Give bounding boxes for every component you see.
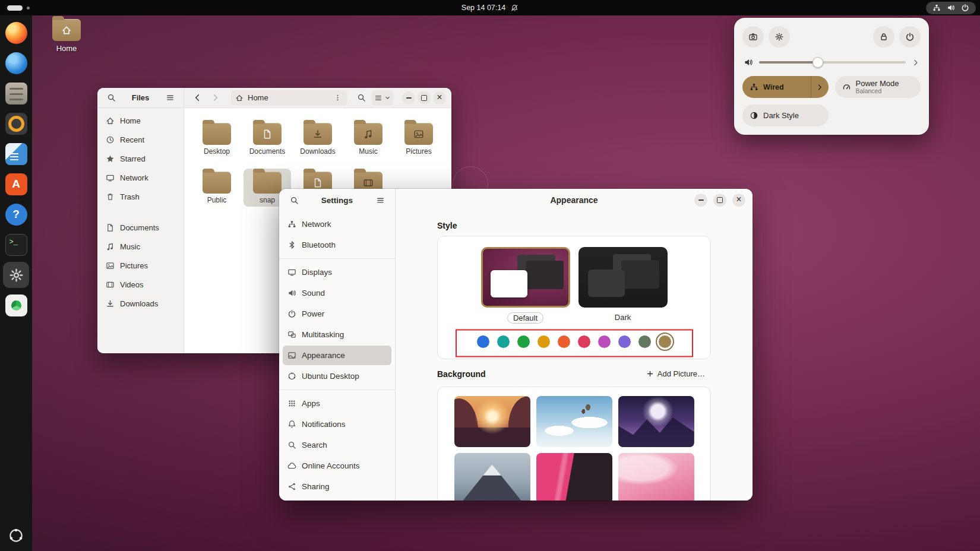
forward-button[interactable] bbox=[207, 90, 223, 106]
wallpaper-thumbnail[interactable] bbox=[618, 396, 694, 447]
sidebar-item-search[interactable]: Search bbox=[283, 435, 391, 455]
sidebar-item-videos[interactable]: Videos bbox=[101, 276, 180, 293]
desktop-home-folder[interactable]: Home bbox=[48, 19, 86, 53]
workspace-indicator-pill[interactable] bbox=[7, 5, 23, 11]
screenshot-button[interactable] bbox=[742, 26, 764, 48]
tab-menu-icon[interactable] bbox=[331, 90, 343, 106]
style-option-dark[interactable] bbox=[578, 247, 668, 308]
minimize-button[interactable] bbox=[694, 194, 707, 207]
chevron-right-icon[interactable] bbox=[912, 59, 919, 66]
sidebar-item-displays[interactable]: Displays bbox=[283, 262, 391, 282]
back-button[interactable] bbox=[189, 90, 205, 106]
maximize-button[interactable] bbox=[713, 194, 726, 207]
video-emblem-icon bbox=[363, 178, 374, 188]
volume-slider-knob[interactable] bbox=[813, 57, 823, 68]
dock-item-thunderbird[interactable] bbox=[3, 50, 29, 76]
folder-downloads[interactable]: Downloads bbox=[294, 120, 342, 158]
help-icon: ? bbox=[5, 204, 27, 226]
close-button[interactable] bbox=[433, 91, 446, 104]
search-location-icon[interactable] bbox=[353, 90, 369, 106]
accent-color-teal[interactable] bbox=[497, 335, 510, 348]
folder-public[interactable]: Public bbox=[193, 169, 241, 207]
dock-item-help[interactable]: ? bbox=[3, 201, 29, 227]
folder-label: snap bbox=[260, 197, 275, 204]
accent-color-magenta[interactable] bbox=[598, 335, 611, 348]
dock-item-app-center[interactable] bbox=[3, 292, 29, 318]
sidebar-item-label: Sharing bbox=[302, 482, 330, 491]
power-mode-toggle[interactable]: Power Mode Balanced bbox=[835, 76, 921, 98]
volume-slider[interactable] bbox=[759, 61, 906, 64]
sidebar-item-network[interactable]: Network bbox=[101, 169, 180, 186]
accent-color-purple[interactable] bbox=[618, 335, 631, 348]
wired-expand-arrow[interactable] bbox=[811, 76, 829, 98]
folder-music[interactable]: Music bbox=[344, 120, 392, 158]
accent-color-green[interactable] bbox=[517, 335, 530, 348]
style-option-default[interactable] bbox=[481, 247, 570, 308]
workspace-indicator-dot[interactable] bbox=[27, 7, 30, 10]
sidebar-item-music[interactable]: Music bbox=[101, 238, 180, 255]
sidebar-item-bluetooth[interactable]: Bluetooth bbox=[283, 235, 391, 255]
system-status-menu[interactable] bbox=[926, 2, 976, 14]
dock-item-files[interactable] bbox=[3, 80, 29, 106]
wallpaper-thumbnail[interactable] bbox=[536, 453, 612, 501]
sidebar-item-downloads[interactable]: Downloads bbox=[101, 294, 180, 312]
folder-desktop[interactable]: Desktop bbox=[193, 120, 241, 158]
view-switcher[interactable] bbox=[371, 90, 394, 106]
sidebar-item-multitasking[interactable]: Multitasking bbox=[283, 325, 391, 344]
wallpaper-thumbnail[interactable] bbox=[618, 453, 694, 501]
dock-item-terminal[interactable]: >_ bbox=[3, 232, 29, 258]
dark-style-toggle[interactable]: Dark Style bbox=[742, 104, 829, 126]
close-button[interactable] bbox=[732, 194, 745, 207]
accent-color-red[interactable] bbox=[578, 335, 590, 348]
document-icon bbox=[106, 223, 115, 232]
minimize-button[interactable] bbox=[402, 91, 415, 104]
dock-item-firefox[interactable] bbox=[3, 20, 29, 46]
sidebar-item-power[interactable]: Power bbox=[283, 304, 391, 324]
search-icon[interactable] bbox=[103, 90, 119, 106]
search-icon[interactable] bbox=[286, 192, 302, 208]
sidebar-item-trash[interactable]: Trash bbox=[101, 188, 180, 205]
sidebar-item-documents[interactable]: Documents bbox=[101, 218, 180, 236]
sidebar-item-sharing[interactable]: Sharing bbox=[283, 477, 391, 496]
wallpaper-thumbnail[interactable] bbox=[454, 396, 530, 447]
wallpaper-thumbnail[interactable] bbox=[536, 396, 612, 447]
accent-color-yellow[interactable] bbox=[538, 335, 550, 348]
dock-item-libreoffice-writer[interactable] bbox=[3, 141, 29, 167]
sidebar-item-label: Music bbox=[120, 242, 140, 251]
sidebar-item-online-accounts[interactable]: Online Accounts bbox=[283, 456, 391, 476]
add-picture-button[interactable]: Add Picture… bbox=[640, 366, 711, 381]
star-icon bbox=[106, 154, 115, 163]
lock-button[interactable] bbox=[873, 26, 894, 48]
folder-icon bbox=[404, 123, 433, 145]
accent-color-blue[interactable] bbox=[477, 335, 489, 348]
sidebar-item-notifications[interactable]: Notifications bbox=[283, 414, 391, 434]
sidebar-item-label: Apps bbox=[302, 399, 320, 408]
folder-icon bbox=[304, 123, 332, 145]
maximize-button[interactable] bbox=[418, 91, 431, 104]
sidebar-item-apps[interactable]: Apps bbox=[283, 394, 391, 413]
power-button[interactable] bbox=[899, 26, 921, 48]
accent-color-orange[interactable] bbox=[558, 335, 570, 348]
clock-menu[interactable]: Sep 14 07:14 bbox=[461, 0, 519, 15]
dock-item-rhythmbox[interactable] bbox=[3, 110, 29, 137]
folder-documents[interactable]: Documents bbox=[244, 120, 291, 158]
sidebar-item-starred[interactable]: Starred bbox=[101, 150, 180, 167]
wallpaper-thumbnail[interactable] bbox=[454, 453, 530, 501]
location-tab[interactable]: Home bbox=[231, 90, 347, 106]
sidebar-item-pictures[interactable]: Pictures bbox=[101, 256, 180, 274]
accent-color-bark[interactable] bbox=[659, 335, 671, 348]
sidebar-item-network[interactable]: Network bbox=[283, 214, 391, 234]
hamburger-menu-icon[interactable] bbox=[162, 90, 178, 106]
settings-button[interactable] bbox=[769, 26, 790, 48]
accent-color-sage[interactable] bbox=[638, 335, 651, 348]
sidebar-item-sound[interactable]: Sound bbox=[283, 283, 391, 303]
sidebar-item-recent[interactable]: Recent bbox=[101, 131, 180, 148]
dock-item-settings[interactable] bbox=[3, 262, 29, 288]
dock-item-ubuntu-software[interactable]: A bbox=[3, 171, 29, 197]
wired-toggle[interactable]: Wired bbox=[742, 76, 829, 98]
hamburger-menu-icon[interactable] bbox=[372, 192, 388, 208]
sidebar-item-ubuntu-desktop[interactable]: Ubuntu Desktop bbox=[283, 366, 391, 386]
folder-pictures[interactable]: Pictures bbox=[395, 120, 442, 158]
sidebar-item-home[interactable]: Home bbox=[101, 112, 180, 129]
sidebar-item-appearance[interactable]: Appearance bbox=[283, 346, 391, 365]
